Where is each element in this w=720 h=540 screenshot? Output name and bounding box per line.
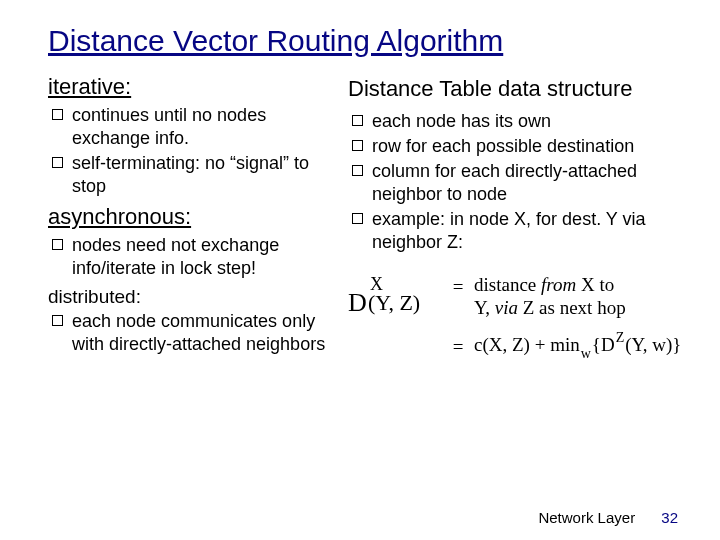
formula-rhs-math: = c(X, Z) + minw{DZ(Y, w)} bbox=[452, 334, 682, 359]
slide-footer: Network Layer 32 bbox=[538, 509, 678, 526]
list-distributed: each node communicates only with directl… bbox=[48, 310, 338, 356]
formula-D: D bbox=[348, 288, 367, 318]
rhs2-part: (Y, w)} bbox=[625, 334, 681, 355]
formula-rhs-text: = distance from X to Y, via Z as next ho… bbox=[452, 274, 682, 320]
list-item: each node has its own bbox=[350, 110, 682, 133]
list-asynchronous: nodes need not exchange info/iterate in … bbox=[48, 234, 338, 280]
equals-icon: = bbox=[452, 274, 464, 299]
list-item: row for each possible destination bbox=[350, 135, 682, 158]
list-item: example: in node X, for dest. Y via neig… bbox=[350, 208, 682, 254]
left-column: iterative: continues until no nodes exch… bbox=[48, 72, 338, 362]
slide-title: Distance Vector Routing Algorithm bbox=[48, 24, 680, 58]
rhs1-part: Z as next hop bbox=[518, 297, 626, 318]
rhs1-part: X to bbox=[576, 274, 614, 295]
formula-block: D X (Y, Z) = distance from X to Y, via Z… bbox=[348, 272, 682, 358]
heading-distance-table: Distance Table data structure bbox=[348, 76, 682, 102]
rhs1-part: distance bbox=[474, 274, 541, 295]
formula-lhs: D X (Y, Z) bbox=[348, 272, 440, 324]
heading-asynchronous: asynchronous: bbox=[48, 204, 338, 230]
list-item: continues until no nodes exchange info. bbox=[50, 104, 338, 150]
rhs2-sup-z: Z bbox=[616, 330, 625, 345]
list-item: each node communicates only with directl… bbox=[50, 310, 338, 356]
rhs1-from: from bbox=[541, 274, 576, 295]
rhs2-part: c(X, Z) + min bbox=[474, 334, 580, 355]
list-distance-table: each node has its own row for each possi… bbox=[348, 110, 682, 254]
heading-iterative: iterative: bbox=[48, 74, 338, 100]
heading-distributed: distributed: bbox=[48, 286, 338, 308]
list-item: column for each directly-attached neighb… bbox=[350, 160, 682, 206]
footer-section: Network Layer bbox=[538, 509, 635, 526]
list-iterative: continues until no nodes exchange info. … bbox=[48, 104, 338, 198]
formula-args: (Y, Z) bbox=[368, 290, 420, 316]
content-columns: iterative: continues until no nodes exch… bbox=[48, 72, 680, 362]
rhs2-sub-w: w bbox=[581, 346, 591, 361]
equals-icon: = bbox=[452, 334, 464, 359]
list-item: self-terminating: no “signal” to stop bbox=[50, 152, 338, 198]
list-item: nodes need not exchange info/iterate in … bbox=[50, 234, 338, 280]
rhs1-via: via bbox=[495, 297, 518, 318]
rhs1-part: Y, bbox=[474, 297, 495, 318]
right-column: Distance Table data structure each node … bbox=[348, 72, 682, 362]
rhs2-part: {D bbox=[592, 334, 615, 355]
footer-page-number: 32 bbox=[661, 509, 678, 526]
